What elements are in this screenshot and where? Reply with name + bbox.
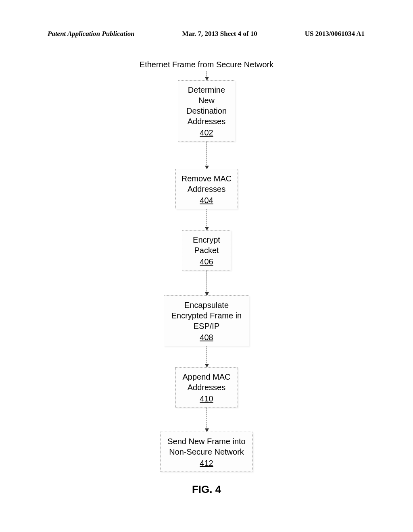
step-text: Encrypt Packet: [187, 235, 226, 256]
flowchart: Ethernet Frame from Secure Network Deter…: [0, 60, 413, 496]
step-ref: 412: [200, 458, 213, 468]
step-text: Send New Frame into Non-Secure Network: [165, 436, 248, 457]
step-412: Send New Frame into Non-Secure Network 4…: [160, 432, 253, 472]
header-publication: Patent Application Publication: [48, 30, 135, 38]
step-text: Determine New Destination Addresses: [183, 85, 230, 127]
arrow-icon: [206, 407, 207, 432]
arrow-icon: [206, 71, 207, 80]
header-pub-number: US 2013/0061034 A1: [305, 30, 365, 38]
page-header: Patent Application Publication Mar. 7, 2…: [0, 30, 413, 38]
step-406: Encrypt Packet 406: [182, 230, 231, 270]
step-402: Determine New Destination Addresses 402: [178, 80, 235, 141]
flow-input-label: Ethernet Frame from Secure Network: [140, 60, 273, 70]
arrow-icon: [206, 346, 207, 367]
step-410: Append MAC Addresses 410: [175, 367, 238, 407]
step-ref: 410: [200, 393, 213, 404]
step-408: Encapsulate Encrypted Frame in ESP/IP 40…: [164, 295, 249, 346]
step-text: Append MAC Addresses: [181, 372, 233, 393]
step-404: Remove MAC Addresses 404: [175, 169, 238, 209]
step-ref: 402: [200, 127, 213, 138]
step-text: Encapsulate Encrypted Frame in ESP/IP: [169, 300, 244, 331]
step-text: Remove MAC Addresses: [181, 173, 233, 194]
step-ref: 408: [200, 332, 213, 343]
arrow-icon: [206, 209, 207, 230]
figure-label: FIG. 4: [192, 483, 221, 496]
arrow-icon: [206, 141, 207, 169]
header-date-sheet: Mar. 7, 2013 Sheet 4 of 10: [182, 30, 257, 38]
arrow-icon: [206, 270, 207, 295]
step-ref: 406: [200, 256, 213, 267]
step-ref: 404: [200, 195, 213, 206]
